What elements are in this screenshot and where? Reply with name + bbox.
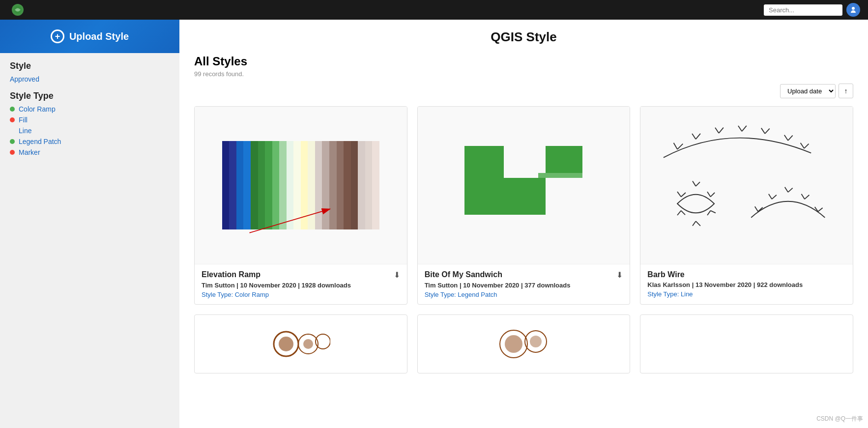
card-type: Style Type: Line xyxy=(647,290,846,298)
svg-line-29 xyxy=(707,211,711,215)
fill-link[interactable]: Fill xyxy=(19,116,28,124)
style-card-sandwich: Bite Of My Sandwich ⬇ Tim Sutton | 10 No… xyxy=(417,106,631,305)
topbar-right xyxy=(764,3,860,17)
card-title[interactable]: Barb Wire xyxy=(647,270,684,279)
card-meta: Tim Sutton | 10 November 2020 | 1928 dow… xyxy=(202,282,400,289)
svg-line-12 xyxy=(696,134,700,139)
svg-line-33 xyxy=(677,211,681,215)
svg-line-22 xyxy=(804,144,809,148)
style-type-fill[interactable]: Fill xyxy=(10,116,170,124)
upload-button-label: Upload Style xyxy=(69,31,129,42)
cards-grid: Elevation Ramp ⬇ Tim Sutton | 10 Novembe… xyxy=(194,106,853,305)
svg-point-53 xyxy=(530,336,542,347)
style-type-title: Style Type xyxy=(10,91,170,101)
partial-card-1 xyxy=(194,314,407,373)
card-meta: Tim Sutton | 10 November 2020 | 377 down… xyxy=(425,282,623,289)
style-section-title: Style xyxy=(10,61,170,71)
page-title: QGIS Style xyxy=(194,29,853,45)
style-type-legend-patch[interactable]: Legend Patch xyxy=(10,138,170,145)
card-image-elevation-ramp xyxy=(195,107,407,264)
sidebar: + Upload Style Style Approved Style Type… xyxy=(0,20,179,428)
logo xyxy=(8,2,28,17)
topbar xyxy=(0,0,868,20)
svg-rect-7 xyxy=(538,173,546,178)
svg-line-11 xyxy=(692,134,696,139)
partial-card-3 xyxy=(640,314,853,373)
svg-line-26 xyxy=(696,182,700,186)
style-card-elevation-ramp: Elevation Ramp ⬇ Tim Sutton | 10 Novembe… xyxy=(194,106,407,305)
svg-line-40 xyxy=(788,188,793,192)
svg-line-16 xyxy=(742,126,747,131)
svg-rect-6 xyxy=(546,178,582,215)
card-info-barb-wire: Barb Wire Klas Karlsson | 13 November 20… xyxy=(640,264,853,304)
legend-patch-link[interactable]: Legend Patch xyxy=(19,138,61,145)
svg-line-34 xyxy=(681,211,685,215)
svg-line-21 xyxy=(801,143,805,148)
svg-line-27 xyxy=(707,192,711,197)
svg-point-51 xyxy=(505,335,522,353)
svg-line-37 xyxy=(769,194,772,199)
svg-line-20 xyxy=(788,136,793,141)
sort-select[interactable]: Upload date Name Downloads xyxy=(780,84,836,98)
partial-card-2 xyxy=(417,314,631,373)
svg-rect-8 xyxy=(546,173,582,178)
svg-line-9 xyxy=(674,143,678,149)
search-input[interactable] xyxy=(764,4,842,16)
upload-icon: + xyxy=(51,29,64,43)
sort-direction-button[interactable]: ↑ xyxy=(839,84,853,98)
style-type-marker[interactable]: Marker xyxy=(10,148,170,156)
download-icon[interactable]: ⬇ xyxy=(616,270,623,280)
style-type-divider: Style Type xyxy=(10,91,170,101)
main-layout: + Upload Style Style Approved Style Type… xyxy=(0,20,868,428)
section-title: All Styles xyxy=(194,55,853,68)
svg-line-19 xyxy=(784,135,788,141)
svg-line-17 xyxy=(761,128,765,134)
svg-line-39 xyxy=(785,187,788,192)
color-ramp-dot xyxy=(10,107,15,112)
svg-line-25 xyxy=(693,181,696,186)
svg-line-28 xyxy=(711,193,715,197)
partial-card-preview-1 xyxy=(271,324,330,364)
upload-style-button[interactable]: + Upload Style xyxy=(0,20,179,53)
partial-card-preview-2 xyxy=(494,324,553,364)
line-dot xyxy=(10,128,15,133)
svg-line-10 xyxy=(677,144,683,149)
second-row-cards xyxy=(194,314,853,373)
svg-line-24 xyxy=(681,193,686,197)
card-title[interactable]: Elevation Ramp xyxy=(202,270,260,279)
marker-link[interactable]: Marker xyxy=(19,148,40,156)
svg-line-42 xyxy=(805,195,809,199)
card-image-sandwich xyxy=(418,107,630,264)
svg-line-32 xyxy=(696,221,700,226)
legend-patch-dot xyxy=(10,139,15,144)
card-type: Style Type: Color Ramp xyxy=(202,291,400,298)
card-image-barb-wire xyxy=(640,107,853,264)
card-info-sandwich: Bite Of My Sandwich ⬇ Tim Sutton | 10 No… xyxy=(418,264,630,304)
svg-line-15 xyxy=(738,126,742,131)
svg-line-13 xyxy=(715,128,719,133)
toolbar-row: Upload date Name Downloads ↑ xyxy=(194,84,853,98)
card-title-row: Bite Of My Sandwich ⬇ xyxy=(425,270,623,280)
svg-line-38 xyxy=(772,195,777,199)
style-type-color-ramp[interactable]: Color Ramp xyxy=(10,105,170,113)
marker-dot xyxy=(10,150,15,155)
svg-line-44 xyxy=(818,208,823,212)
svg-point-48 xyxy=(303,339,313,349)
color-ramp-link[interactable]: Color Ramp xyxy=(19,105,56,113)
card-meta: Klas Karlsson | 13 November 2020 | 922 d… xyxy=(647,281,846,288)
line-link[interactable]: Line xyxy=(19,127,31,135)
approved-link[interactable]: Approved xyxy=(10,75,170,83)
card-title-row: Barb Wire xyxy=(647,270,846,279)
svg-line-23 xyxy=(677,192,681,197)
svg-point-46 xyxy=(279,337,293,351)
card-title[interactable]: Bite Of My Sandwich xyxy=(425,270,502,279)
watermark: CSDN @Q一件事 xyxy=(816,415,863,423)
svg-line-18 xyxy=(765,129,770,134)
download-icon[interactable]: ⬇ xyxy=(394,270,400,280)
svg-line-30 xyxy=(711,211,716,213)
style-type-line[interactable]: Line xyxy=(10,127,170,135)
barb-wire-preview xyxy=(640,107,853,264)
login-icon[interactable] xyxy=(846,3,860,17)
style-card-barb-wire: Barb Wire Klas Karlsson | 13 November 20… xyxy=(640,106,853,305)
card-info-elevation-ramp: Elevation Ramp ⬇ Tim Sutton | 10 Novembe… xyxy=(195,264,407,304)
